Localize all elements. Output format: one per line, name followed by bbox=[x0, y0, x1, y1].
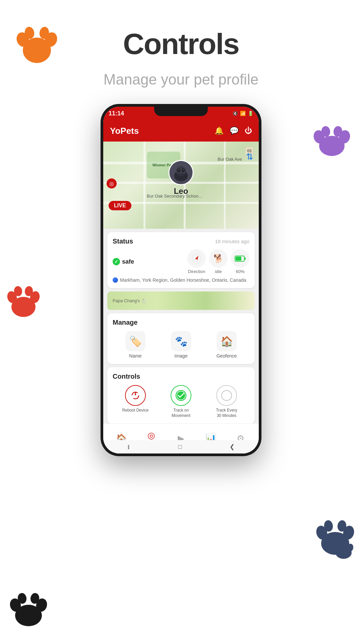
status-header: Status 18 minutes ago bbox=[113, 237, 249, 245]
svg-marker-36 bbox=[195, 255, 199, 260]
svg-rect-42 bbox=[135, 392, 136, 395]
safe-checkmark: ✓ bbox=[113, 258, 120, 265]
map-strip-restaurant: Papa Chang's bbox=[113, 298, 140, 303]
pet-avatar bbox=[169, 160, 194, 185]
battery-icon-circle bbox=[231, 249, 249, 268]
track-30min-icon bbox=[216, 385, 237, 406]
svg-point-34 bbox=[183, 169, 184, 171]
map-area[interactable]: Wismer Park Bur Oak Ave Bur Oak Secondar… bbox=[103, 142, 259, 229]
location-text: Markham, York Region, Golden Horseshoe, … bbox=[120, 277, 246, 283]
status-time-ago: 18 minutes ago bbox=[215, 238, 249, 244]
manage-image-icon: 🐾 bbox=[171, 331, 191, 351]
page-subtitle: Manage your pet profile bbox=[0, 71, 362, 88]
sort-icon[interactable]: ⇅ bbox=[246, 152, 253, 162]
track-30min-label: Track Every 30 Minutes bbox=[213, 408, 240, 418]
phone-inner: 11:14 🔇 📶 🔋 YoPets 🔔 💬 ⏻ bbox=[103, 107, 259, 453]
page-header: Controls Manage your pet profile bbox=[0, 27, 362, 88]
phone-outer: 11:14 🔇 📶 🔋 YoPets 🔔 💬 ⏻ bbox=[101, 104, 261, 456]
controls-title: Controls bbox=[113, 373, 249, 380]
manage-image-label: Image bbox=[175, 353, 188, 359]
status-title: Status bbox=[113, 237, 133, 245]
svg-point-33 bbox=[178, 169, 179, 171]
message-icon[interactable]: 💬 bbox=[230, 126, 239, 135]
app-bar-icons: 🔔 💬 ⏻ bbox=[215, 126, 252, 135]
paw-darkblue-decoration bbox=[312, 506, 359, 560]
android-menu-btn[interactable]: ⫿ bbox=[127, 443, 130, 450]
reboot-device-box[interactable]: Reboot Device bbox=[113, 385, 158, 418]
status-icons-row: Direction 🐕 idle bbox=[187, 249, 249, 274]
status-safe: ✓ safe bbox=[113, 258, 134, 265]
paw-red-decoration bbox=[3, 275, 44, 319]
status-location: Markham, York Region, Golden Horseshoe, … bbox=[113, 277, 249, 283]
app-bar: YoPets 🔔 💬 ⏻ bbox=[103, 120, 259, 142]
battery-label: 60% bbox=[236, 269, 244, 274]
svg-point-45 bbox=[222, 390, 232, 400]
direction-box[interactable]: Direction bbox=[187, 249, 206, 274]
direction-label: Direction bbox=[188, 269, 205, 274]
direction-icon-circle bbox=[187, 249, 206, 268]
android-back-btn[interactable]: ❮ bbox=[230, 443, 235, 450]
live-badge: LIVE bbox=[109, 201, 131, 210]
wifi-icon: 📶 bbox=[240, 111, 246, 116]
tracking-nav-icon: ◎ bbox=[147, 430, 155, 441]
phone-wrapper: 11:14 🔇 📶 🔋 YoPets 🔔 💬 ⏻ bbox=[101, 104, 261, 456]
manage-name-box[interactable]: 🏷️ Name bbox=[113, 331, 158, 359]
svg-point-37 bbox=[196, 258, 197, 259]
android-nav-bar: ⫿ □ ❮ bbox=[103, 440, 259, 453]
notification-icon[interactable]: 🔔 bbox=[215, 126, 224, 135]
manage-title: Manage bbox=[113, 319, 249, 326]
app-name: YoPets bbox=[110, 126, 139, 136]
controls-card: Controls Reboot Device bbox=[107, 367, 255, 423]
track-movement-label: Track on Movement bbox=[168, 408, 194, 418]
svg-rect-40 bbox=[236, 257, 241, 261]
activity-icon-circle: 🐕 bbox=[209, 249, 228, 268]
safe-label: safe bbox=[122, 258, 134, 265]
pet-name: Leo bbox=[169, 186, 194, 196]
track-movement-box[interactable]: Track on Movement bbox=[158, 385, 204, 418]
status-card: Status 18 minutes ago ✓ safe bbox=[107, 232, 255, 288]
map-strip-bg: Papa Chang's 🍴 bbox=[107, 291, 255, 310]
svg-rect-39 bbox=[244, 258, 246, 260]
controls-icons-row: Reboot Device Track on Movement bbox=[113, 385, 249, 418]
status-row: ✓ safe bbox=[113, 249, 249, 274]
restaurant-icon: 🍴 bbox=[141, 298, 147, 304]
status-time: 11:14 bbox=[109, 110, 124, 117]
paw-black-decoration bbox=[7, 580, 50, 631]
android-home-btn[interactable]: □ bbox=[178, 443, 182, 450]
track-movement-icon bbox=[171, 385, 191, 406]
manage-card: Manage 🏷️ Name 🐾 Image 🏠 Geofence bbox=[107, 313, 255, 364]
manage-image-box[interactable]: 🐾 Image bbox=[158, 331, 204, 359]
current-location-icon: ◎ bbox=[107, 178, 117, 189]
battery-icon: 🔋 bbox=[248, 111, 253, 116]
svg-point-30 bbox=[176, 166, 186, 176]
manage-name-icon: 🏷️ bbox=[125, 331, 145, 351]
scroll-content[interactable]: Status 18 minutes ago ✓ safe bbox=[103, 229, 259, 423]
road-label-1: Bur Oak Ave bbox=[218, 157, 242, 162]
page-title: Controls bbox=[0, 27, 362, 61]
status-icons: 🔇 📶 🔋 bbox=[232, 111, 253, 116]
activity-box[interactable]: 🐕 idle bbox=[209, 249, 228, 274]
battery-box[interactable]: 60% bbox=[231, 249, 249, 274]
paw-purple-decoration bbox=[308, 114, 355, 158]
manage-geofence-icon: 🏠 bbox=[217, 331, 237, 351]
pet-avatar-container[interactable]: Leo bbox=[169, 160, 194, 196]
map-strip[interactable]: Papa Chang's 🍴 bbox=[107, 291, 255, 310]
reboot-device-label: Reboot Device bbox=[122, 408, 149, 413]
track-30min-box[interactable]: Track Every 30 Minutes bbox=[204, 385, 249, 418]
reboot-device-icon bbox=[125, 385, 146, 406]
manage-icons-row: 🏷️ Name 🐾 Image 🏠 Geofence bbox=[113, 331, 249, 359]
location-dot bbox=[113, 277, 118, 283]
manage-name-label: Name bbox=[129, 353, 141, 359]
mute-icon: 🔇 bbox=[232, 111, 238, 116]
power-icon[interactable]: ⏻ bbox=[245, 126, 252, 135]
activity-label: idle bbox=[215, 269, 222, 274]
phone-notch bbox=[154, 107, 208, 116]
manage-geofence-label: Geofence bbox=[217, 353, 237, 359]
manage-geofence-box[interactable]: 🏠 Geofence bbox=[204, 331, 249, 359]
